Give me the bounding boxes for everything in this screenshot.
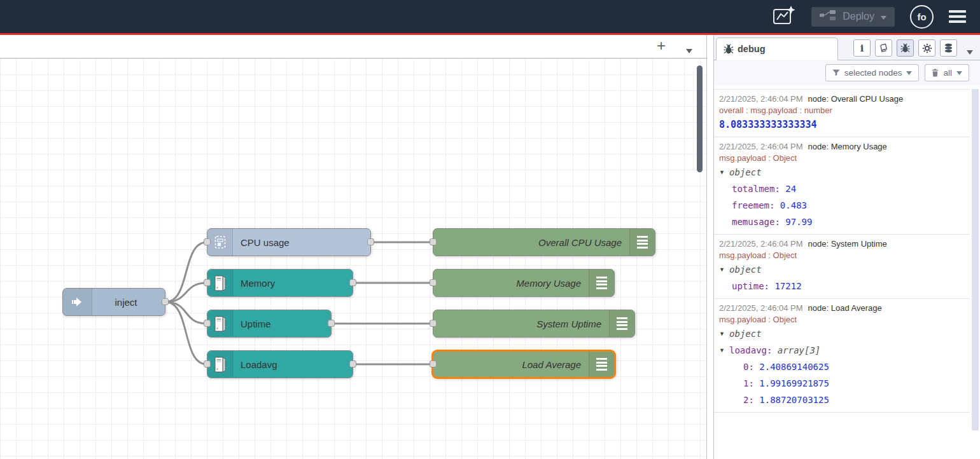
property-key: 2: bbox=[743, 395, 759, 405]
user-avatar[interactable]: fo bbox=[910, 5, 934, 29]
node-label: Memory bbox=[241, 270, 275, 296]
node-debug-uptime[interactable]: System Uptime bbox=[433, 310, 635, 338]
deploy-chevron-icon[interactable] bbox=[881, 11, 886, 22]
sidebar-debug-button[interactable] bbox=[897, 39, 914, 57]
node-debug-loadavg[interactable]: Load Average bbox=[431, 350, 616, 379]
property-value: 17212 bbox=[774, 281, 801, 291]
port-in[interactable] bbox=[430, 279, 437, 286]
book-icon bbox=[879, 43, 888, 53]
port-out[interactable] bbox=[349, 360, 356, 367]
message-property: overall : msg.payload : number bbox=[719, 105, 966, 116]
port-in[interactable] bbox=[204, 360, 211, 367]
sidebar-help-button[interactable] bbox=[875, 39, 892, 57]
hamburger-menu-icon[interactable] bbox=[949, 10, 966, 23]
port-in[interactable] bbox=[430, 360, 437, 367]
sidebar-tabs-chevron-icon[interactable] bbox=[967, 46, 973, 57]
debug-row: uptime: 17212 bbox=[719, 278, 966, 294]
port-out[interactable] bbox=[328, 320, 335, 327]
debug-filter-row: selected nodes all bbox=[714, 60, 980, 85]
chevron-down-icon bbox=[906, 71, 912, 75]
property-key: loadavg: bbox=[729, 345, 778, 355]
clear-label: all bbox=[943, 68, 952, 78]
debug-message[interactable]: 2/21/2025, 2:46:04 PMnode: Load Averagem… bbox=[714, 299, 970, 413]
filter-label: selected nodes bbox=[844, 68, 902, 78]
filter-button[interactable]: selected nodes bbox=[825, 64, 920, 81]
wires bbox=[0, 58, 706, 459]
debug-list-icon bbox=[629, 229, 655, 256]
property-value: 2.40869140625 bbox=[759, 362, 829, 372]
debug-message[interactable]: 2/21/2025, 2:46:04 PMnode: Memory Usagem… bbox=[714, 137, 970, 235]
node-label: Memory Usage bbox=[516, 270, 581, 296]
debug-message[interactable]: 2/21/2025, 2:46:04 PMnode: Overall CPU U… bbox=[714, 89, 970, 137]
inject-arrow-icon bbox=[63, 289, 92, 315]
bug-icon bbox=[900, 43, 910, 53]
server-icon bbox=[207, 310, 233, 337]
flow-list-chevron-icon[interactable] bbox=[686, 45, 692, 56]
sidebar-scrollbar[interactable] bbox=[972, 89, 979, 430]
node-loadavg[interactable]: Loadavg bbox=[207, 350, 353, 378]
port-out[interactable] bbox=[349, 279, 356, 286]
node-label: Load Average bbox=[522, 352, 581, 377]
header: Deploy fo bbox=[0, 0, 980, 33]
flow-canvas[interactable]: inject CPU usage bbox=[0, 58, 706, 459]
object-label: object bbox=[729, 264, 762, 275]
property-key: 1: bbox=[743, 378, 759, 388]
node-debug-overall-cpu[interactable]: Overall CPU Usage bbox=[433, 228, 655, 256]
node-label: Overall CPU Usage bbox=[538, 229, 622, 256]
server-icon bbox=[207, 351, 233, 378]
node-label: Uptime bbox=[241, 310, 271, 337]
port-in[interactable] bbox=[204, 279, 211, 286]
property-key: totalmem: bbox=[732, 184, 785, 194]
node-label: Loadavg bbox=[241, 351, 277, 378]
sidebar-config-button[interactable] bbox=[918, 39, 935, 57]
collapse-arrow-icon[interactable]: ▼ bbox=[719, 164, 729, 181]
trash-icon bbox=[932, 69, 939, 77]
timestamp: 2/21/2025, 2:46:04 PM bbox=[719, 239, 803, 249]
collapse-arrow-icon[interactable]: ▼ bbox=[719, 261, 729, 278]
property-value: 0.483 bbox=[780, 200, 807, 210]
debug-row: 8.083333333333334 bbox=[719, 116, 966, 133]
debug-row: ▼object bbox=[719, 164, 966, 181]
node-name: node: Memory Usage bbox=[808, 142, 887, 151]
bug-icon bbox=[724, 44, 734, 54]
deploy-label: Deploy bbox=[843, 11, 874, 22]
funnel-icon bbox=[832, 69, 840, 76]
debug-row: ▼object bbox=[719, 261, 966, 278]
deploy-icon bbox=[820, 10, 836, 24]
timestamp: 2/21/2025, 2:46:04 PM bbox=[719, 142, 803, 151]
port-out[interactable] bbox=[367, 238, 374, 245]
add-flow-button[interactable]: + bbox=[652, 37, 671, 56]
node-uptime[interactable]: Uptime bbox=[207, 310, 332, 338]
sidebar-context-button[interactable] bbox=[940, 39, 957, 57]
tab-debug[interactable]: debug bbox=[716, 38, 838, 60]
debug-sidebar: debug i bbox=[714, 35, 980, 459]
node-debug-memory[interactable]: Memory Usage bbox=[433, 269, 615, 297]
wire bbox=[165, 302, 207, 324]
debug-row: ▼loadavg: array[3] bbox=[719, 342, 966, 359]
sidebar-splitter[interactable] bbox=[707, 35, 714, 459]
collapse-arrow-icon[interactable]: ▼ bbox=[719, 325, 729, 342]
database-icon bbox=[944, 43, 953, 53]
port-out[interactable] bbox=[162, 298, 169, 305]
node-inject[interactable]: inject bbox=[62, 288, 165, 316]
port-in[interactable] bbox=[204, 320, 211, 327]
clear-messages-button[interactable]: all bbox=[925, 64, 969, 81]
node-memory[interactable]: Memory bbox=[207, 269, 353, 297]
timestamp: 2/21/2025, 2:46:04 PM bbox=[719, 94, 803, 104]
node-label: CPU usage bbox=[241, 229, 290, 256]
port-in[interactable] bbox=[430, 238, 437, 245]
wire bbox=[165, 283, 207, 302]
node-label: inject bbox=[94, 289, 158, 315]
sidebar-info-button[interactable]: i bbox=[853, 39, 871, 57]
canvas-scrollbar[interactable] bbox=[697, 65, 703, 172]
node-cpu-usage[interactable]: CPU usage bbox=[207, 228, 371, 256]
port-in[interactable] bbox=[430, 320, 437, 327]
debug-row: 0: 2.40869140625 bbox=[719, 359, 966, 375]
deploy-button[interactable]: Deploy bbox=[811, 7, 895, 27]
ai-flow-icon[interactable] bbox=[772, 4, 796, 29]
property-value: 24 bbox=[785, 184, 796, 194]
port-in[interactable] bbox=[204, 238, 211, 245]
property-key: freemem: bbox=[732, 200, 780, 210]
collapse-arrow-icon[interactable]: ▼ bbox=[719, 342, 729, 359]
debug-message[interactable]: 2/21/2025, 2:46:04 PMnode: System Uptime… bbox=[714, 235, 970, 299]
